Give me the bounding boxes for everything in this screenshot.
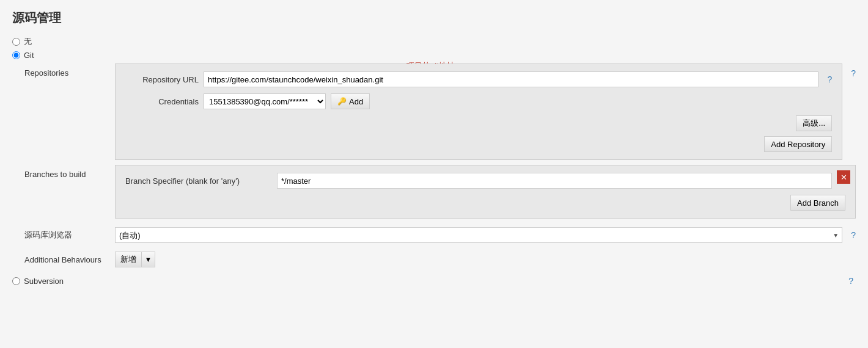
add-branch-row: Add Branch (125, 195, 845, 211)
repositories-label: Repositories (24, 63, 110, 78)
git-section: 项目的git地址 码云登录的用户名密码 Repositories Reposit… (24, 63, 856, 267)
add-credentials-label: Add (349, 97, 363, 106)
branch-specifier-input[interactable] (277, 173, 832, 189)
repo-url-help-icon[interactable]: ? (827, 74, 832, 84)
radio-none-label: 无 (24, 36, 32, 47)
repo-url-input[interactable] (204, 71, 818, 87)
subversion-help-icon[interactable]: ? (848, 276, 853, 286)
source-browser-help-icon[interactable]: ? (851, 230, 856, 240)
add-repository-button[interactable]: Add Repository (764, 136, 832, 152)
credentials-label: Credentials (125, 97, 199, 106)
branches-box: ✕ Branch Specifier (blank for 'any') ? A… (115, 165, 856, 219)
radio-svn-input[interactable] (12, 277, 20, 285)
source-browser-select-wrap: (自动) githubweb gitoriousweb ▼ (115, 227, 842, 243)
key-icon: 🔑 (337, 97, 347, 106)
branch-specifier-label: Branch Specifier (blank for 'any') (125, 176, 272, 186)
radio-none-input[interactable] (12, 38, 20, 46)
repositories-help: ? (847, 63, 856, 78)
branches-row: Branches to build ✕ Branch Specifier (bl… (24, 165, 856, 219)
radio-git-label: Git (24, 51, 34, 60)
repo-url-label: Repository URL (125, 75, 199, 84)
add-repo-row: Add Repository (125, 136, 832, 152)
credentials-row: Credentials 1551385390@qq.com/****** 🔑 A… (125, 93, 832, 109)
radio-svn-label: Subversion (24, 277, 64, 286)
radio-none[interactable]: 无 (12, 36, 856, 47)
branch-specifier-row: Branch Specifier (blank for 'any') ? (125, 173, 845, 189)
repo-url-row: Repository URL ? (125, 71, 832, 87)
delete-branch-button[interactable]: ✕ (837, 170, 850, 184)
repositories-help-icon[interactable]: ? (851, 68, 856, 78)
repositories-row: Repositories Repository URL ? Credential… (24, 63, 856, 160)
source-browser-select[interactable]: (自动) githubweb gitoriousweb (115, 227, 842, 243)
additional-buttons: 新增 ▼ (115, 252, 155, 267)
radio-git[interactable]: Git (12, 51, 856, 60)
additional-dropdown-button[interactable]: ▼ (142, 252, 155, 267)
add-branch-button[interactable]: Add Branch (790, 195, 845, 211)
add-credentials-button[interactable]: 🔑 Add (331, 93, 370, 109)
advanced-row: 高级... (125, 115, 832, 131)
source-browser-row: 源码库浏览器 (自动) githubweb gitoriousweb ▼ ? (24, 227, 856, 243)
page-title: 源码管理 (12, 10, 856, 26)
additional-behaviours-label: Additional Behaviours (24, 255, 110, 264)
repositories-content: Repository URL ? Credentials 1551385390@… (115, 63, 842, 160)
repositories-box: Repository URL ? Credentials 1551385390@… (115, 63, 842, 160)
branches-label: Branches to build (24, 165, 110, 179)
radio-git-input[interactable] (12, 51, 20, 59)
source-browser-label: 源码库浏览器 (24, 230, 110, 241)
additional-behaviours-row: Additional Behaviours 新增 ▼ (24, 252, 856, 267)
page-wrapper: 源码管理 无 Git 项目的git地址 码云登录的用户名密码 Reposito (12, 10, 856, 286)
branches-content: ✕ Branch Specifier (blank for 'any') ? A… (115, 165, 856, 219)
subversion-row: Subversion ? (12, 276, 856, 286)
credentials-select[interactable]: 1551385390@qq.com/****** (204, 93, 326, 109)
additional-new-button[interactable]: 新增 (115, 252, 142, 267)
advanced-button[interactable]: 高级... (796, 115, 832, 131)
